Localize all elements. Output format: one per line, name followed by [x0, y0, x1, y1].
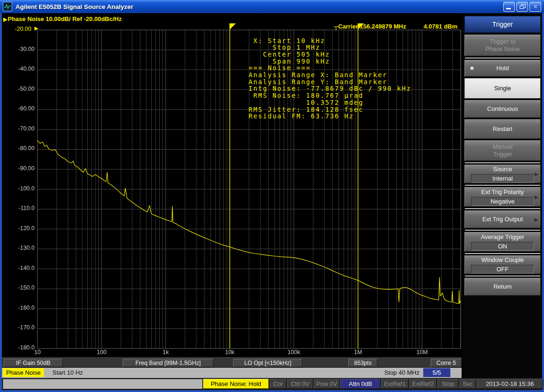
x-axis-tick-label: 10 [34, 349, 41, 356]
softkey-value: ON [471, 242, 534, 251]
x-axis-tick-label: 1k [162, 349, 169, 356]
status-chip-stop: Stop [437, 379, 459, 389]
softkey-source[interactable]: SourceInternal▶ [464, 165, 541, 183]
y-axis-tick-label: -120.0 [2, 225, 35, 232]
softkey-label: Average Trigger [481, 233, 524, 241]
softkey-average-trigger[interactable]: Average TriggerON [464, 232, 541, 252]
x-axis-tick-label: 1M [354, 349, 362, 356]
y-axis-tick-label: -130.0 [2, 245, 35, 251]
status-chip-extref2: ExtRef2 [409, 379, 437, 389]
softkey-label: Source [493, 166, 512, 173]
softkey-label: Ext Trig Output [482, 216, 523, 223]
menu-group-separator [465, 185, 540, 186]
app-icon [3, 2, 12, 11]
submenu-arrow-icon: ▶ [535, 194, 538, 200]
softkey-ext-trig-output[interactable]: Ext Trig Output▶ [464, 211, 541, 228]
menu-group-separator [465, 58, 540, 58]
y-axis-tick-label: -30.00 [2, 46, 35, 52]
reference-level-marker-icon: ▶ [35, 25, 38, 31]
app-window: Agilent E5052B Signal Source Analyzer × … [0, 0, 544, 392]
band-marker-flag-icon[interactable] [230, 23, 236, 29]
message-field [3, 379, 202, 389]
softkey-label: Manual [493, 143, 513, 151]
status-chip-measurement-status: Phase Noise: Hold [203, 379, 269, 389]
minimize-button[interactable] [503, 2, 515, 12]
status-freq-band: Freq Band [99M-1.5GHz] [123, 359, 213, 367]
y-axis-tick-label: -40.00 [2, 65, 35, 72]
status-chip-clock: 2013-02-18 15:36 [477, 379, 543, 389]
softkey-label: Trigger to [490, 38, 515, 45]
softkey-label: Restart [493, 125, 513, 133]
softkey-value: Negative [471, 197, 534, 206]
selected-bullet-icon [470, 66, 475, 71]
sweep-stop: Stop 40 MHz [384, 368, 419, 378]
softkey-window-couple[interactable]: Window CoupleOFF [464, 255, 541, 274]
y-axis-tick-label: -180.0 [2, 344, 35, 351]
softkey-label: Hold [496, 65, 509, 72]
noise-info-block: X: Start 10 kHz Stop 1 MHz Center 505 kH… [249, 37, 412, 120]
restore-icon [520, 4, 525, 9]
page-indicator: 5/5 [423, 368, 450, 377]
y-axis-tick-label: -160.0 [2, 305, 35, 311]
x-axis-tick-label: 10M [416, 349, 427, 356]
status-chip-extref1: ExtRef1 [381, 379, 409, 389]
y-axis-tick-label: -150.0 [2, 284, 35, 291]
softkey-label: Continuous [487, 105, 518, 113]
status-chip-attn: Attn 0dB [340, 379, 381, 389]
softkey-menu-title: Trigger [464, 16, 541, 33]
instrument-status-bar: Phase Noise: HoldCorCtrl 0VPow 0VAttn 0d… [2, 378, 542, 390]
menu-group-separator [465, 230, 540, 231]
softkey-trigger-to-phase-noise: Trigger toPhase Noise [464, 35, 541, 56]
submenu-arrow-icon: ▶ [535, 171, 538, 177]
y-axis-tick-label: -80.00 [2, 145, 35, 152]
softkey-label: Single [494, 85, 511, 92]
softkey-hold[interactable]: Hold [464, 60, 541, 77]
title-bar[interactable]: Agilent E5052B Signal Source Analyzer × [0, 0, 544, 13]
y-axis-tick-label: -20.00▶ [2, 26, 31, 32]
softkey-restart[interactable]: Restart [464, 119, 541, 139]
y-axis-tick-label: -60.00 [2, 105, 35, 112]
submenu-arrow-icon: ▶ [535, 217, 538, 223]
menu-group-separator [465, 162, 540, 163]
restore-button[interactable] [516, 2, 528, 12]
softkey-value: OFF [471, 265, 534, 274]
y-axis-tick-label: -100.0 [2, 185, 35, 192]
status-points: 853pts [348, 359, 377, 367]
setup-status-bar: IF Gain 50dBFreq Band [99M-1.5GHz]LO Opt… [2, 357, 462, 367]
softkey-manual-trigger: ManualTrigger [464, 140, 541, 161]
softkey-ext-trig-polarity[interactable]: Ext Trig PolarityNegative▶ [464, 187, 541, 207]
softkey-single[interactable]: Single [464, 78, 541, 99]
carrier-marker-icon: ┬Carrier [334, 23, 358, 30]
close-icon: × [533, 3, 537, 10]
close-button: × [529, 2, 541, 12]
softkey-continuous[interactable]: Continuous [464, 100, 541, 118]
softkey-menu: Trigger Trigger toPhase NoiseHoldSingleC… [463, 13, 542, 378]
softkey-label: Trigger [493, 151, 512, 158]
instrument-screen: ▶Phase Noise 10.00dB/ Ref -20.00dBc/Hz -… [2, 13, 542, 390]
y-axis-tick-label: -170.0 [2, 324, 35, 331]
softkey-return[interactable]: Return [464, 278, 541, 296]
status-correction: Corre 5 [431, 359, 462, 367]
status-chip-cor: Cor [270, 379, 287, 389]
softkey-label: Phase Noise [485, 45, 520, 53]
status-if-gain: IF Gain 50dB [4, 359, 63, 367]
softkey-label: Return [493, 283, 512, 290]
y-axis-tick-label: -70.00 [2, 125, 35, 132]
softkey-value: Internal [471, 174, 534, 183]
minimize-icon [506, 8, 511, 9]
status-chip-svc: Svc [459, 379, 476, 389]
status-chip-pow: Pow 0V [314, 379, 340, 389]
x-axis-tick-label: 10k [225, 349, 235, 356]
softkey-label: Window Couple [481, 256, 524, 264]
measurement-area: ▶Phase Noise 10.00dB/ Ref -20.00dBc/Hz -… [2, 13, 462, 378]
softkey-label: Ext Trig Polarity [481, 189, 524, 196]
y-axis-tick-label: -50.00 [2, 86, 35, 92]
x-axis-tick-label: 100k [287, 349, 300, 356]
menu-group-separator [465, 253, 540, 254]
sweep-start: Start 10 Hz [52, 368, 83, 378]
window-title: Agilent E5052B Signal Source Analyzer [15, 3, 133, 10]
menu-group-separator [465, 276, 540, 276]
y-axis-tick-label: -90.00 [2, 165, 35, 172]
y-axis-tick-label: -110.0 [2, 205, 35, 211]
menu-group-separator [465, 208, 540, 209]
